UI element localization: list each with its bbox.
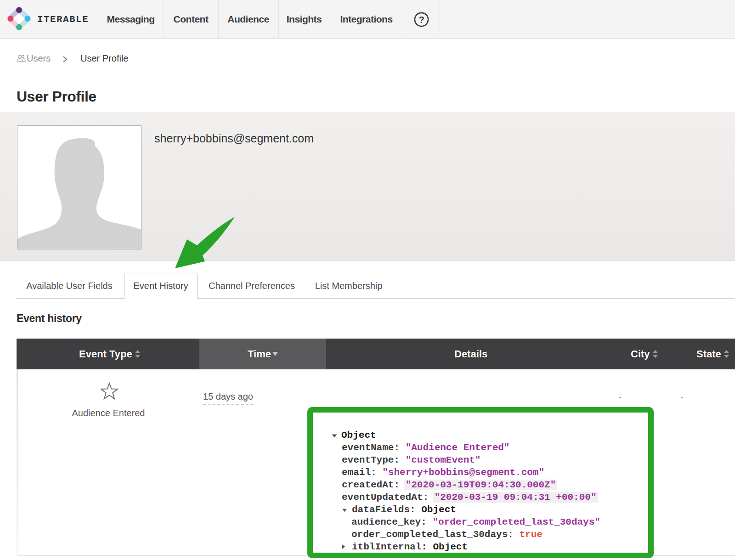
svg-text:?: ?: [418, 15, 424, 25]
